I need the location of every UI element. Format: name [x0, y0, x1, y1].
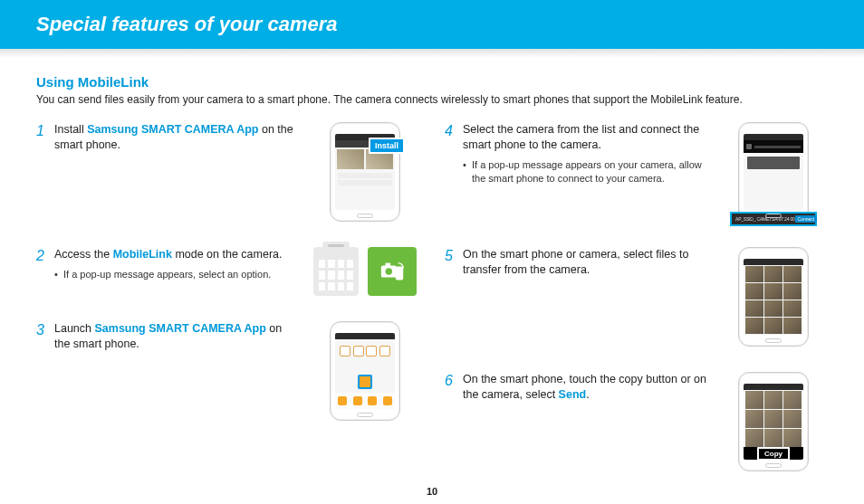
section-description: You can send files easily from your came… — [36, 93, 828, 106]
step-6: 6 On the smart phone, touch the copy but… — [445, 372, 828, 471]
send-highlight: Send — [559, 388, 587, 401]
mode-name-highlight: MobileLink — [113, 248, 172, 261]
svg-point-2 — [386, 268, 393, 275]
step-4-note: If a pop-up message appears on your came… — [463, 158, 708, 185]
app-name-highlight: Samsung SMART CAMERA App — [87, 123, 258, 136]
step-number: 4 — [445, 122, 457, 139]
step-number: 6 — [445, 372, 457, 389]
step-2-illustration — [311, 247, 419, 296]
right-column: 4 Select the camera from the list and co… — [445, 122, 828, 471]
step-number: 3 — [36, 321, 49, 338]
step-1: 1 Install Samsung SMART CAMERA App on th… — [36, 122, 419, 222]
page-title-banner: Special features of your camera — [0, 0, 864, 49]
content-area: Using MobileLink You can send files easi… — [0, 58, 864, 471]
manual-page: Special features of your camera Using Mo… — [0, 0, 864, 504]
step-text: Install Samsung SMART CAMERA App on the … — [54, 122, 300, 153]
step-5: 5 On the smart phone or camera, select f… — [445, 247, 828, 347]
step-number: 5 — [445, 247, 457, 264]
step-5-illustration — [719, 247, 828, 347]
left-column: 1 Install Samsung SMART CAMERA App on th… — [36, 122, 419, 471]
phone-mock: AP_SSID_ CAMETSA-07 24 00 Connect — [738, 122, 809, 222]
camera-sync-icon — [379, 258, 406, 285]
phone-mock: Copy — [738, 372, 809, 471]
copy-badge: Copy — [757, 447, 790, 461]
step-text: On the smart phone, touch the copy butto… — [463, 372, 708, 403]
phone-mock — [738, 247, 809, 347]
svg-rect-3 — [396, 266, 403, 280]
section-heading: Using MobileLink — [36, 74, 828, 90]
step-2: 2 Access the MobileLink mode on the came… — [36, 247, 419, 296]
page-title: Special features of your camera — [36, 13, 338, 35]
step-text: On the smart phone or camera, select fil… — [463, 247, 708, 278]
step-number: 1 — [36, 122, 49, 139]
install-badge: Install — [369, 138, 405, 154]
banner-shadow — [0, 49, 864, 58]
step-number: 2 — [36, 247, 49, 264]
phone-mock — [330, 321, 400, 421]
step-text: Launch Samsung SMART CAMERA App on the s… — [54, 321, 300, 352]
step-3: 3 Launch Samsung SMART CAMERA App on the… — [36, 321, 419, 421]
connect-button: Connect — [795, 215, 818, 223]
step-text: Select the camera from the list and conn… — [463, 122, 708, 185]
mobilelink-app-icon — [368, 247, 417, 296]
page-number: 10 — [0, 486, 864, 497]
camera-mode-icon — [313, 247, 359, 296]
steps-columns: 1 Install Samsung SMART CAMERA App on th… — [36, 122, 828, 471]
step-2-note: If a pop-up message appears, select an o… — [54, 268, 300, 281]
step-6-illustration: Copy — [719, 372, 828, 471]
step-3-illustration — [311, 321, 419, 421]
phone-mock: Install — [330, 122, 400, 222]
step-1-illustration: Install — [311, 122, 419, 222]
app-name-highlight: Samsung SMART CAMERA App — [94, 322, 265, 335]
step-4: 4 Select the camera from the list and co… — [445, 122, 828, 222]
step-4-illustration: AP_SSID_ CAMETSA-07 24 00 Connect — [719, 122, 828, 222]
step-text: Access the MobileLink mode on the camera… — [54, 247, 300, 281]
svg-rect-1 — [386, 263, 391, 267]
